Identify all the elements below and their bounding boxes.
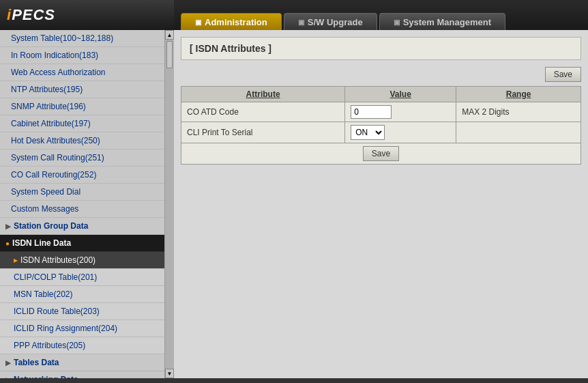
tab-sysmgmt-label: System Management [403, 17, 491, 27]
group-arrow-station: ▶ [5, 223, 11, 230]
sidebar-scrollbar[interactable]: ▲ ▼ [164, 30, 174, 378]
group-arrow-tables: ▶ [5, 359, 11, 367]
nav-tabs: ▣ Administration ▣ S/W Upgrade ▣ System … [174, 0, 505, 30]
attr-co-atd-value [345, 102, 456, 122]
sidebar-group-isdn[interactable]: ● ISDN Line Data [0, 235, 164, 252]
sidebar-items: System Table(100~182,188) In Room Indica… [0, 30, 164, 378]
logo: iPECS [7, 6, 55, 24]
sidebar-item-snmp[interactable]: SNMP Attribute(196) [0, 98, 164, 115]
sidebar-item-web-access[interactable]: Web Access Authorization [0, 64, 164, 81]
sidebar-group-tables-label: Tables Data [14, 358, 59, 367]
sidebar-item-ntp[interactable]: NTP Attributes(195) [0, 81, 164, 98]
sidebar-subitem-msn[interactable]: MSN Table(202) [0, 286, 164, 303]
logo-area: iPECS [0, 0, 174, 30]
sidebar-item-in-room[interactable]: In Room Indication(183) [0, 47, 164, 64]
table-row-cli-print: CLI Print To Serial ON OFF [181, 122, 581, 143]
sidebar-group-station[interactable]: ▶ Station Group Data [0, 218, 164, 235]
col-header-value: Value [345, 87, 456, 102]
tab-sw-upgrade[interactable]: ▣ S/W Upgrade [284, 13, 377, 30]
sidebar-group-station-label: Station Group Data [14, 221, 88, 231]
tab-icon-sw: ▣ [298, 18, 304, 26]
tab-admin-label: Administration [205, 17, 267, 27]
content-area: [ ISDN Attributes ] Save Attribute Value… [174, 30, 588, 378]
sidebar-item-custom-msg[interactable]: Custom Messages [0, 201, 164, 218]
save-button-top[interactable]: Save [545, 67, 581, 82]
co-atd-input[interactable] [351, 105, 392, 119]
tab-icon-admin: ▣ [195, 18, 201, 26]
sidebar-subitem-isdn-attr[interactable]: ISDN Attributes(200) [0, 252, 164, 269]
footer: Copyright (C) 2008 by LG-Nortel Co.Ltd. … [0, 378, 588, 383]
sidebar: System Table(100~182,188) In Room Indica… [0, 30, 174, 378]
col-header-range: Range [456, 87, 581, 102]
table-save-row: Save [181, 143, 581, 165]
tab-sw-label: S/W Upgrade [308, 17, 363, 27]
sidebar-subitem-isdn-attr-label: ISDN Attributes(200) [20, 255, 95, 265]
group-arrow-networking: ▶ [5, 376, 11, 379]
sidebar-item-cabinet[interactable]: Cabinet Attribute(197) [0, 115, 164, 132]
attributes-table: Attribute Value Range CO ATD Code MAX 2 … [181, 86, 581, 165]
save-cell: Save [181, 143, 581, 165]
sidebar-item-syscall[interactable]: System Call Routing(251) [0, 150, 164, 167]
sidebar-subitem-clip[interactable]: CLIP/COLP Table(201) [0, 269, 164, 286]
sidebar-subitem-ppp[interactable]: PPP Attributes(205) [0, 337, 164, 354]
attr-cli-print-label: CLI Print To Serial [181, 122, 345, 143]
header: iPECS ▣ Administration ▣ S/W Upgrade ▣ S… [0, 0, 588, 30]
sidebar-group-networking[interactable]: ▶ Networking Data [0, 371, 164, 378]
attr-co-atd-range: MAX 2 Digits [456, 102, 581, 122]
attr-co-atd-label: CO ATD Code [181, 102, 345, 122]
cli-print-select[interactable]: ON OFF [351, 125, 385, 140]
sidebar-item-speed-dial[interactable]: System Speed Dial [0, 184, 164, 201]
sidebar-item-cocall[interactable]: CO Call Rerouting(252) [0, 167, 164, 184]
attr-cli-print-range [456, 122, 581, 143]
scroll-thumb [166, 41, 173, 68]
sidebar-subitem-iclid-route[interactable]: ICLID Route Table(203) [0, 303, 164, 320]
scroll-up-btn[interactable]: ▲ [165, 30, 174, 40]
tab-administration[interactable]: ▣ Administration [181, 13, 282, 30]
sidebar-item-system-table[interactable]: System Table(100~182,188) [0, 30, 164, 47]
save-btn-top-container: Save [181, 67, 581, 82]
tab-system-mgmt[interactable]: ▣ System Management [379, 13, 505, 30]
scroll-down-btn[interactable]: ▼ [165, 369, 174, 378]
col-header-attribute: Attribute [181, 87, 345, 102]
main-container: System Table(100~182,188) In Room Indica… [0, 30, 588, 378]
table-row-co-atd: CO ATD Code MAX 2 Digits [181, 102, 581, 122]
sidebar-group-networking-label: Networking Data [14, 375, 78, 378]
sidebar-group-tables[interactable]: ▶ Tables Data [0, 354, 164, 371]
scroll-track [165, 40, 174, 369]
sidebar-subitem-iclid-ring[interactable]: ICLID Ring Assignment(204) [0, 320, 164, 337]
attr-cli-print-value: ON OFF [345, 122, 456, 143]
page-title: [ ISDN Attributes ] [181, 37, 581, 60]
sidebar-group-isdn-label: ISDN Line Data [12, 238, 71, 248]
save-button-table[interactable]: Save [363, 146, 399, 161]
sidebar-item-hotdesk[interactable]: Hot Desk Attributes(250) [0, 132, 164, 150]
tab-icon-sysmgmt: ▣ [394, 18, 400, 26]
group-bullet-isdn: ● [5, 240, 10, 247]
